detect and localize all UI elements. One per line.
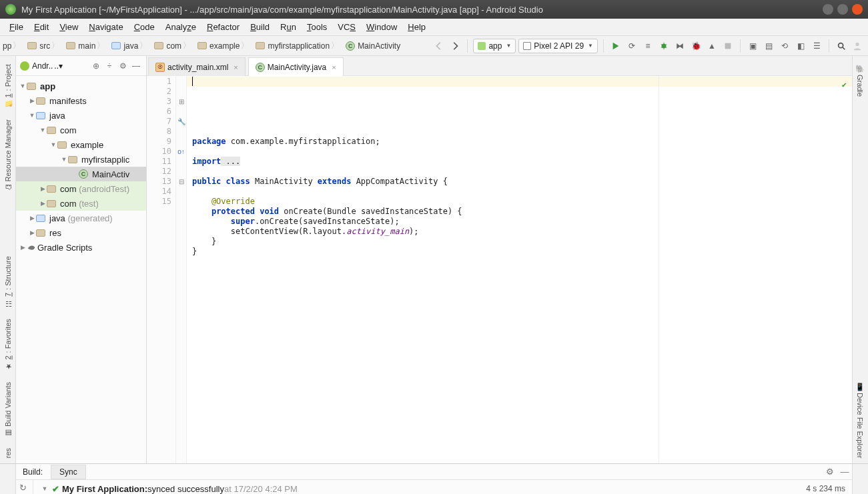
breadcrumb: pp〉 src〉 main〉 java〉 com〉 example〉 myfir…: [0, 40, 403, 51]
editor-area: ⦿activity_main.xml× CMainActivity.java× …: [147, 56, 852, 463]
avd-manager-icon[interactable]: ▣: [746, 39, 759, 53]
crumb-main[interactable]: main〉: [63, 40, 109, 51]
menu-build[interactable]: Build: [245, 21, 275, 33]
tree-node-app[interactable]: ▼app: [16, 79, 146, 93]
code-editor[interactable]: ✔ package com.example.myfirstapplication…: [187, 76, 852, 463]
back-button[interactable]: [432, 39, 446, 53]
restart-icon[interactable]: ↻: [19, 483, 30, 493]
tree-node-java-generated[interactable]: ▶java (generated): [16, 211, 146, 225]
tree-node-mainactivity[interactable]: CMainActiv: [16, 167, 146, 181]
search-icon[interactable]: [835, 39, 848, 53]
crumb-pkg[interactable]: myfirstapplication〉: [253, 40, 343, 51]
android-icon: [478, 42, 486, 50]
menu-view[interactable]: View: [54, 21, 83, 33]
android-icon: [20, 61, 29, 71]
tree-node-com-androidtest[interactable]: ▶com (androidTest): [16, 181, 146, 196]
tab-favorites[interactable]: ★ 2: Favorites: [2, 313, 13, 376]
hide-icon[interactable]: —: [130, 60, 142, 72]
tab-res[interactable]: res: [3, 443, 13, 463]
package-icon: [68, 156, 77, 163]
tree-node-com[interactable]: ▼com: [16, 123, 146, 137]
menu-tools[interactable]: Tools: [302, 21, 332, 33]
run-config-dropdown[interactable]: app▼: [473, 39, 516, 53]
crumb-java[interactable]: java〉: [109, 40, 151, 51]
menu-edit[interactable]: Edit: [29, 21, 54, 33]
crumb-com[interactable]: com〉: [151, 40, 195, 51]
build-row-root[interactable]: ▼✔My First Application: synced successfu…: [40, 483, 845, 494]
coverage-icon[interactable]: ▲: [705, 39, 719, 53]
crumb-src[interactable]: src〉: [25, 40, 63, 51]
apply-changes-icon[interactable]: ⟳: [625, 39, 638, 53]
main-body: 📁 1: Project 🗂 Resource Manager ☷ 7: Str…: [0, 56, 868, 463]
tab-structure[interactable]: ☷ 7: Structure: [2, 251, 13, 313]
debug-button[interactable]: [657, 39, 671, 53]
layout-inspector-icon[interactable]: ◧: [794, 39, 807, 53]
gear-icon[interactable]: ⚙: [117, 60, 129, 72]
class-icon: C: [346, 41, 355, 51]
device-dropdown[interactable]: Pixel 2 API 29▼: [518, 39, 598, 53]
crumb-example[interactable]: example〉: [195, 40, 253, 51]
menu-code[interactable]: Code: [129, 21, 160, 33]
svg-point-0: [662, 43, 667, 48]
editor-body[interactable]: 1 2 3 6 7 8 9 10 11 12 13 14 15 ⊞ 🔧 o↑ ⊟: [147, 76, 852, 463]
menu-window[interactable]: Window: [361, 21, 402, 33]
menu-refactor[interactable]: Refactor: [201, 21, 245, 33]
crumb-pp[interactable]: pp〉: [0, 40, 25, 51]
select-opened-icon[interactable]: ⊕: [90, 60, 102, 72]
profile-button[interactable]: ⧓: [673, 39, 687, 53]
editor-tab-mainactivity[interactable]: CMainActivity.java×: [248, 57, 344, 76]
build-panel-header: Build: Sync ⚙ —: [16, 464, 852, 480]
menu-vcs[interactable]: VCS: [332, 21, 361, 33]
icon-gutter: ⊞ 🔧 o↑ ⊟: [176, 76, 187, 463]
tree-node-res[interactable]: ▶res: [16, 225, 146, 240]
sdk-manager-icon[interactable]: ▤: [762, 39, 775, 53]
tree-node-example[interactable]: ▼example: [16, 137, 146, 152]
tree-node-manifests[interactable]: ▶manifests: [16, 93, 146, 108]
folder-icon: [36, 215, 45, 222]
crumb-class[interactable]: CMainActivity: [343, 41, 403, 51]
menu-analyze[interactable]: Analyze: [160, 21, 201, 33]
apply-code-icon[interactable]: ≡: [641, 39, 655, 53]
editor-tab-activity-main[interactable]: ⦿activity_main.xml×: [148, 57, 246, 76]
tree-node-java[interactable]: ▼java: [16, 108, 146, 123]
tree-node-com-test[interactable]: ▶com (test): [16, 196, 146, 211]
window-maximize-button[interactable]: [837, 4, 848, 15]
tree-node-pkg[interactable]: ▼myfirstapplic: [16, 152, 146, 167]
tab-build-variants[interactable]: ▤ Build Variants: [2, 377, 13, 443]
gear-icon[interactable]: ⚙: [824, 466, 836, 478]
close-icon[interactable]: ×: [332, 63, 336, 71]
build-tab-sync[interactable]: Sync: [51, 465, 86, 479]
close-icon[interactable]: ×: [234, 63, 238, 71]
tab-device-file-explorer[interactable]: 📱 Device File Explorer: [855, 377, 866, 463]
package-icon: [57, 141, 67, 149]
collapse-all-icon[interactable]: ÷: [103, 60, 115, 72]
structure-icon[interactable]: ☰: [810, 39, 823, 53]
project-view-dropdown[interactable]: Andr..: [32, 61, 53, 71]
svg-point-2: [839, 43, 843, 47]
menu-help[interactable]: Help: [402, 21, 431, 33]
editor-tabs: ⦿activity_main.xml× CMainActivity.java×: [147, 56, 852, 76]
sync-gradle-icon[interactable]: ⟲: [778, 39, 791, 53]
main-toolbar: app▼ Pixel 2 API 29▼ ⟳ ≡ ⧓ 🐞 ▲ ▣ ▤ ⟲ ◧ ☰: [432, 39, 868, 53]
menu-run[interactable]: Run: [275, 21, 302, 33]
menu-file[interactable]: File: [4, 21, 29, 33]
tree-node-gradle-scripts[interactable]: ▶Gradle Scripts: [16, 240, 146, 255]
attach-debugger-icon[interactable]: 🐞: [689, 39, 703, 53]
stop-button[interactable]: [721, 39, 735, 53]
window-minimize-button[interactable]: [823, 4, 833, 15]
window-close-button[interactable]: [852, 4, 863, 15]
user-icon[interactable]: [851, 39, 864, 53]
run-button[interactable]: [609, 39, 622, 53]
folder-icon: [256, 42, 265, 49]
folder-icon: [66, 42, 75, 49]
tab-resource-manager[interactable]: 🗂 Resource Manager: [3, 114, 13, 197]
tab-gradle[interactable]: 🐘 Gradle: [855, 59, 866, 102]
hide-icon[interactable]: —: [839, 466, 851, 478]
folder-icon: [154, 42, 163, 49]
module-icon: [27, 83, 36, 90]
build-tree[interactable]: ▼✔My First Application: synced successfu…: [33, 480, 852, 494]
project-tree[interactable]: ▼app ▶manifests ▼java ▼com ▼example ▼myf…: [16, 76, 146, 463]
tab-project[interactable]: 📁 1: Project: [2, 59, 13, 114]
forward-button[interactable]: [448, 39, 462, 53]
menu-navigate[interactable]: Navigate: [83, 21, 128, 33]
